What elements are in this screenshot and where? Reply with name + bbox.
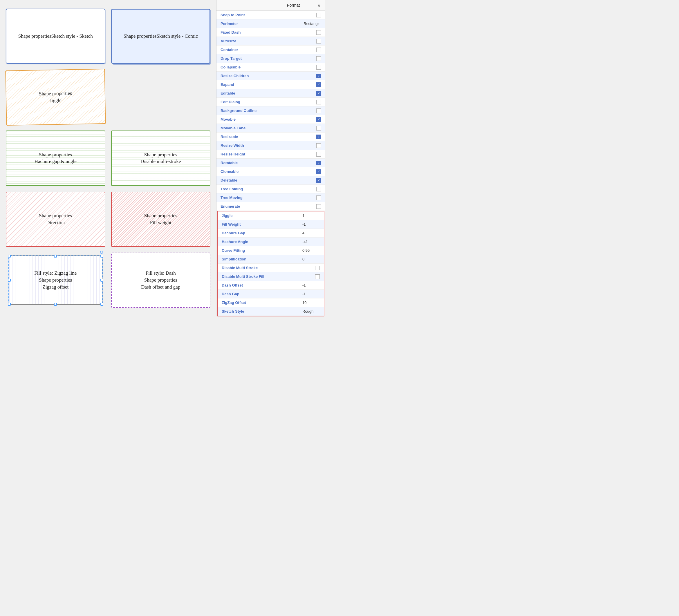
prop-label-11: Background Outline [221,108,316,113]
hl-row-dash-offset: Dash Offset-1 [218,281,324,290]
handle-bm[interactable] [54,303,57,306]
prop-checkbox-17[interactable]: ✓ [316,161,321,165]
hl-row-disable-multi-stroke: Disable Multi Stroke [218,264,324,272]
prop-checkbox-2[interactable] [316,30,321,35]
shape-hachure[interactable]: Shape propertiesHachure gap & angle [6,131,105,185]
handle-mr[interactable] [100,279,103,282]
hl-checkbox-6[interactable] [315,266,320,270]
prop-checkbox-11[interactable] [316,108,321,113]
handle-ml[interactable] [8,279,11,282]
rotate-handle[interactable]: ↻ [100,250,103,255]
prop-label-5: Drop Target [221,56,316,61]
prop-row-collapsible: Collapsible [217,63,325,72]
hl-row-dash-gap: Dash Gap-1 [218,290,324,299]
shape-disable-multi[interactable]: Shape propertiesDisable multi-stroke [111,131,211,185]
prop-checkbox-7[interactable]: ✓ [316,74,321,78]
shape-zigzag-container: ↻ Fill style: Zigzag lineShape propertie… [6,252,105,308]
handle-tl[interactable] [8,254,11,258]
prop-label-3: Autosize [221,39,316,43]
shape-fill-weight[interactable]: Shape propertiesFill weight [111,192,211,247]
prop-checkbox-14[interactable]: ✓ [316,135,321,139]
prop-checkbox-19[interactable]: ✓ [316,178,321,183]
hl-value-11: Rough [302,309,320,313]
hl-row-sketch-style: Sketch StyleRough [218,307,324,316]
prop-row-perimeter: PerimeterRectangle [217,20,325,28]
prop-checkbox-10[interactable] [316,100,321,104]
prop-label-0: Snap to Point [221,13,316,17]
prop-checkbox-22[interactable] [316,204,321,209]
prop-row-fixed-dash: Fixed Dash [217,28,325,37]
handle-tm[interactable] [54,254,57,258]
prop-label-21: Tree Moving [221,196,316,200]
prop-row-deletable: Deletable✓ [217,176,325,185]
prop-checkbox-5[interactable] [316,56,321,61]
panel-title: Format [269,3,318,7]
hl-row-hachure-gap: Hachure Gap4 [218,229,324,238]
hl-value-1: -1 [302,222,320,227]
prop-checkbox-9[interactable]: ✓ [316,91,321,96]
shape-label-sketch-sketch-2: Sketch style - Sketch [51,33,93,40]
prop-row-background-outline: Background Outline [217,106,325,115]
panel-collapse-button[interactable]: ∧ [318,3,320,7]
prop-label-9: Editable [221,91,316,95]
hl-row-disable-multi-stroke-fill: Disable Multi Stroke Fill [218,272,324,281]
prop-checkbox-8[interactable]: ✓ [316,82,321,87]
prop-checkbox-0[interactable] [316,13,321,18]
prop-row-resize-height: Resize Height [217,150,325,159]
prop-checkbox-6[interactable] [316,65,321,70]
prop-label-7: Resize Children [221,74,316,78]
shape-sketch-comic[interactable]: Shape properties Sketch style - Comic [111,9,211,64]
prop-checkbox-13[interactable] [316,126,321,131]
format-panel: Format ∧ Snap to PointPerimeterRectangle… [216,0,325,316]
hl-checkbox-7[interactable] [315,274,320,279]
prop-label-6: Collapsible [221,65,316,69]
prop-label-13: Movable Label [221,126,316,130]
prop-row-movable: Movable✓ [217,115,325,124]
prop-label-20: Tree Folding [221,187,316,191]
prop-checkbox-4[interactable] [316,47,321,52]
prop-row-autosize: Autosize [217,37,325,45]
prop-label-15: Resize Width [221,143,316,148]
prop-checkbox-20[interactable] [316,187,321,192]
prop-checkbox-15[interactable] [316,143,321,148]
prop-label-22: Enumerate [221,204,316,208]
shape-label-sketch-comic: Shape properties [124,33,157,40]
prop-row-movable-label: Movable Label [217,124,325,133]
handle-bl[interactable] [8,303,11,306]
highlighted-section: Jiggle1Fill Weight-1Hachure Gap4Hachure … [217,211,324,316]
prop-checkbox-16[interactable] [316,152,321,157]
shape-dash[interactable]: Fill style: DashShape propertiesDash off… [111,252,211,308]
prop-label-17: Rotatable [221,161,316,165]
shape-jiggle[interactable]: Shape propertiesJiggle [5,69,106,126]
shape-label-sketch-sketch: Shape properties [18,33,51,40]
prop-row-rotatable: Rotatable✓ [217,159,325,167]
prop-checkbox-21[interactable] [316,196,321,200]
shape-label-disable-multi: Shape propertiesDisable multi-stroke [140,151,181,165]
hl-row-jiggle: Jiggle1 [218,211,324,220]
hl-row-simplification: Simplification0 [218,255,324,264]
prop-checkbox-3[interactable] [316,39,321,43]
hl-label-4: Curve Fitting [222,248,302,252]
prop-row-editable: Editable✓ [217,89,325,98]
shape-direction[interactable]: Shape propertiesDirection [6,192,105,247]
hl-value-9: -1 [302,292,320,296]
hl-value-4: 0.95 [302,248,320,252]
shape-zigzag[interactable]: ↻ Fill style: Zigzag lineShape propertie… [9,255,102,305]
prop-checkbox-12[interactable]: ✓ [316,117,321,122]
panel-header: Format ∧ [217,0,325,11]
hl-label-9: Dash Gap [222,292,302,296]
prop-checkbox-18[interactable]: ✓ [316,169,321,174]
prop-row-edit-dialog: Edit Dialog [217,98,325,106]
handle-br[interactable] [100,303,103,306]
prop-row-resize-children: Resize Children✓ [217,72,325,80]
prop-label-10: Edit Dialog [221,100,316,104]
shape-label-direction: Shape propertiesDirection [39,212,72,226]
prop-label-18: Cloneable [221,169,316,174]
prop-row-tree-moving: Tree Moving [217,194,325,202]
hl-label-1: Fill Weight [222,222,302,227]
prop-label-12: Movable [221,117,316,122]
prop-row-container: Container [217,45,325,54]
hl-label-7: Disable Multi Stroke Fill [222,274,315,279]
shape-sketch-sketch[interactable]: Shape properties Sketch style - Sketch [6,9,105,64]
hl-label-10: ZigZag Offset [222,301,302,305]
